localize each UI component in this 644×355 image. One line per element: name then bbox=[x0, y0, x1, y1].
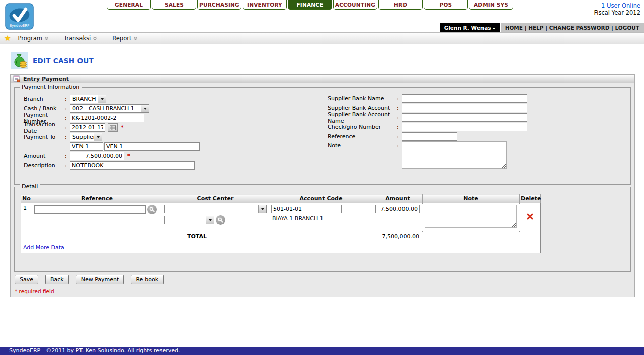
detail-fieldset: Detail No Reference Cost Center Account … bbox=[14, 187, 631, 272]
tab-accounting[interactable]: ACCOUNTING bbox=[333, 0, 377, 10]
cost-center-sub-select[interactable] bbox=[164, 216, 214, 224]
user-links: HOME HELP CHANGE PASSWORD LOGOUT bbox=[501, 23, 644, 32]
chevron-down-icon bbox=[98, 95, 106, 103]
current-user-badge[interactable]: Glenn R. Wenas - bbox=[440, 23, 500, 32]
save-button[interactable]: Save bbox=[15, 275, 38, 284]
transaction-date-input[interactable] bbox=[70, 123, 105, 132]
detail-table: No Reference Cost Center Account Code Am… bbox=[21, 194, 541, 253]
description-label: Description bbox=[24, 162, 65, 169]
tab-general[interactable]: GENERAL bbox=[107, 0, 151, 10]
payment-information-legend: Payment Information bbox=[20, 84, 82, 91]
reference-label: Reference bbox=[328, 133, 397, 140]
cost-center-select[interactable] bbox=[164, 205, 267, 213]
payment-number-input[interactable] bbox=[70, 114, 144, 122]
help-link[interactable]: HELP bbox=[528, 25, 549, 31]
detail-legend: Detail bbox=[20, 183, 40, 190]
transaction-date-label: Transaction Date bbox=[24, 121, 65, 134]
logout-link[interactable]: LOGOUT bbox=[615, 25, 639, 31]
row-note-textarea[interactable] bbox=[425, 205, 517, 228]
tab-pos[interactable]: POS bbox=[424, 0, 468, 10]
total-row: TOTAL 7,500,000.00 bbox=[21, 231, 541, 242]
tab-purchasing[interactable]: PURCHASING bbox=[197, 0, 242, 10]
col-note: Note bbox=[423, 194, 520, 203]
supplier-bank-name-input[interactable] bbox=[402, 94, 527, 103]
payment-form-icon bbox=[13, 75, 20, 82]
tab-sales[interactable]: SALES bbox=[152, 0, 196, 10]
menu-program-label: Program bbox=[18, 35, 42, 42]
detail-table-header-row: No Reference Cost Center Account Code Am… bbox=[21, 194, 541, 203]
calendar-icon[interactable] bbox=[108, 123, 118, 132]
rebook-button[interactable]: Re-book bbox=[131, 275, 164, 284]
branch-label: Branch bbox=[24, 96, 65, 102]
chevron-down-icon bbox=[141, 105, 149, 112]
cash-bank-select[interactable]: 002 - CASH BRANCH 1 bbox=[70, 104, 149, 113]
page-title: EDIT CASH OUT bbox=[33, 57, 94, 65]
add-more-data-link[interactable]: Add More Data bbox=[23, 244, 64, 251]
fiscal-year-label: Fiscal Year 2012 bbox=[594, 9, 640, 16]
payee-name-input[interactable] bbox=[104, 142, 200, 151]
supplier-bank-account-name-label: Supplier Bank Account Name bbox=[328, 111, 397, 124]
reference-input[interactable] bbox=[402, 132, 457, 141]
supplier-bank-account-input[interactable] bbox=[402, 104, 527, 112]
tab-finance[interactable]: FINANCE bbox=[288, 0, 332, 10]
supplier-bank-account-name-input[interactable] bbox=[402, 113, 527, 122]
description-input[interactable] bbox=[70, 161, 195, 170]
session-info: 1 User Online Fiscal Year 2012 bbox=[594, 2, 640, 16]
users-online-status: 1 User Online bbox=[594, 2, 640, 9]
double-chevron-down-icon bbox=[93, 36, 97, 41]
col-no: No bbox=[21, 194, 32, 203]
section-title: Entry Payment bbox=[23, 76, 69, 82]
menu-program[interactable]: Program bbox=[18, 35, 49, 42]
menu-transaksi-label: Transaksi bbox=[64, 35, 91, 42]
note-label: Note bbox=[328, 141, 397, 149]
col-amount: Amount bbox=[373, 194, 423, 203]
table-row: 1 bbox=[21, 203, 541, 231]
tab-hrd[interactable]: HRD bbox=[378, 0, 423, 10]
row-account-code-input[interactable] bbox=[271, 205, 342, 213]
chevron-down-icon bbox=[258, 205, 266, 213]
cash-bank-label: Cash / Bank bbox=[24, 105, 65, 112]
row-reference-input[interactable] bbox=[34, 205, 146, 214]
row-amount-input[interactable] bbox=[375, 205, 420, 213]
change-password-link[interactable]: CHANGE PASSWORD bbox=[549, 25, 615, 31]
supplier-bank-name-label: Supplier Bank Name bbox=[328, 95, 397, 102]
payment-information-fieldset: Payment Information Branch BRANCH 1 Cash… bbox=[14, 87, 631, 185]
menu-report[interactable]: Report bbox=[112, 35, 138, 42]
footer-copyright: SyndeoERP - ©2011 by PT. Ken Solusindo. … bbox=[9, 347, 180, 354]
row-no: 1 bbox=[21, 203, 32, 231]
payment-to-label: Payment To bbox=[24, 134, 65, 140]
search-icon[interactable] bbox=[147, 205, 157, 214]
title-separator bbox=[10, 71, 635, 71]
add-more-row: Add More Data bbox=[21, 242, 541, 253]
supplier-bank-account-label: Supplier Bank Account bbox=[328, 105, 397, 111]
tab-inventory[interactable]: INVENTORY bbox=[243, 0, 287, 10]
branch-select[interactable]: BRANCH 1 bbox=[70, 95, 106, 103]
home-link[interactable]: HOME bbox=[505, 25, 529, 31]
required-marker: * bbox=[121, 124, 124, 131]
total-label: TOTAL bbox=[21, 231, 373, 242]
amount-input[interactable] bbox=[70, 152, 124, 160]
tab-admin-sys[interactable]: ADMIN SYS bbox=[469, 0, 513, 10]
col-account-code: Account Code bbox=[269, 194, 373, 203]
new-payment-button[interactable]: New Payment bbox=[76, 275, 124, 284]
back-button[interactable]: Back bbox=[45, 275, 69, 284]
menu-transaksi[interactable]: Transaksi bbox=[64, 35, 97, 42]
menu-bar: ★ Program Transaksi Report bbox=[0, 32, 644, 44]
row-account-name: BIAYA 1 BRANCH 1 bbox=[271, 215, 371, 222]
search-icon[interactable] bbox=[216, 215, 225, 225]
double-chevron-down-icon bbox=[133, 36, 138, 41]
col-delete: Delete bbox=[520, 194, 541, 203]
check-giro-number-input[interactable] bbox=[402, 123, 527, 131]
chevron-down-icon bbox=[94, 133, 102, 141]
col-cost-center: Cost Center bbox=[162, 194, 269, 203]
module-tab-bar: GENERAL SALES PURCHASING INVENTORY FINAN… bbox=[107, 0, 513, 10]
svg-text:SyndeoERP: SyndeoERP bbox=[10, 24, 30, 28]
payee-code-input[interactable] bbox=[70, 142, 103, 151]
check-giro-number-label: Check/giro Number bbox=[328, 124, 397, 130]
note-textarea[interactable] bbox=[402, 141, 507, 169]
delete-icon[interactable] bbox=[526, 213, 534, 222]
app-logo[interactable]: SyndeoERP bbox=[5, 3, 34, 30]
required-field-note: * required field bbox=[15, 288, 54, 294]
menu-report-label: Report bbox=[112, 35, 131, 42]
payment-to-select[interactable]: Supplier bbox=[70, 133, 102, 141]
